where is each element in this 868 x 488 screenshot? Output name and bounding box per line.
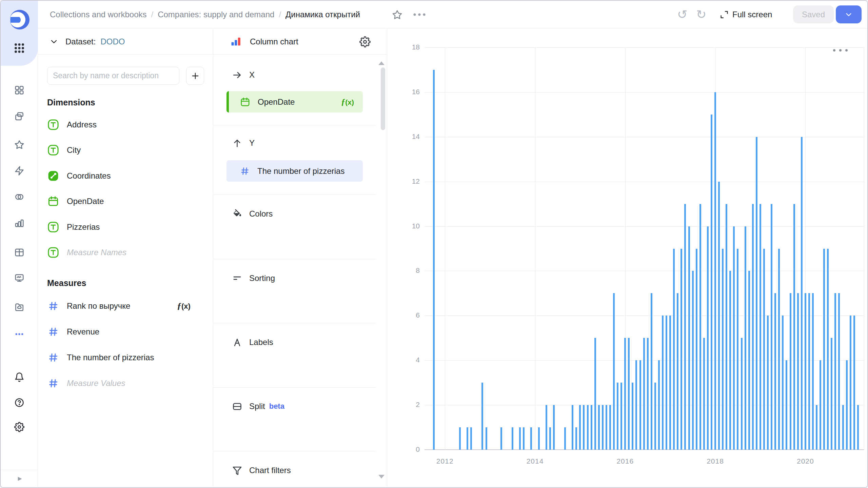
chart-column[interactable] [500, 427, 502, 450]
chart-column[interactable] [632, 383, 633, 450]
config-section-x[interactable]: X [213, 67, 376, 82]
apps-grid-icon[interactable] [13, 42, 25, 54]
field-search-input[interactable] [47, 67, 179, 85]
chart-column[interactable] [778, 249, 780, 450]
chart-column[interactable] [617, 383, 618, 450]
chart-column[interactable] [680, 249, 682, 450]
chart-column[interactable] [673, 249, 675, 450]
chart-column[interactable] [512, 427, 513, 450]
sidebar-item-storage[interactable] [10, 298, 29, 317]
sidebar-item-notifications[interactable] [10, 368, 29, 387]
chart-column[interactable] [752, 204, 754, 450]
fullscreen-label[interactable]: Full screen [732, 1, 772, 28]
fullscreen-icon[interactable] [717, 1, 731, 28]
field-item[interactable]: City [38, 138, 213, 163]
chart-column[interactable] [692, 271, 694, 450]
chart-menu-icon[interactable] [831, 45, 850, 55]
chart-column[interactable] [711, 115, 712, 450]
chart-column[interactable] [793, 204, 795, 450]
chart-column[interactable] [726, 204, 727, 450]
chart-column[interactable] [707, 226, 709, 450]
chart-column[interactable] [831, 338, 832, 450]
sidebar-item-settings[interactable] [10, 418, 29, 436]
chart-column[interactable] [654, 383, 656, 450]
chart-column[interactable] [816, 405, 817, 450]
chart-column[interactable] [842, 405, 844, 450]
sidebar-item-connections[interactable] [10, 161, 29, 180]
chart-column[interactable] [714, 92, 716, 450]
field-item[interactable]: Coordinates [38, 163, 213, 188]
breadcrumb-item[interactable]: Companies: supply and demand [158, 10, 274, 19]
chart-column[interactable] [591, 405, 592, 450]
chart-column[interactable] [643, 338, 645, 450]
chart-column[interactable] [579, 405, 581, 450]
chart-column[interactable] [696, 249, 697, 450]
chart-column[interactable] [583, 405, 585, 450]
chart-column[interactable] [538, 427, 540, 450]
chart-column[interactable] [677, 293, 678, 450]
config-section-colors[interactable]: Colors [213, 206, 376, 221]
field-item[interactable]: Measure Values [38, 370, 213, 396]
config-section-sorting[interactable]: Sorting [213, 271, 376, 286]
chart-column[interactable] [820, 360, 821, 450]
actions-dropdown-button[interactable] [836, 5, 862, 23]
gear-icon[interactable] [359, 36, 371, 47]
chart-column[interactable] [587, 405, 589, 450]
chart-column[interactable] [812, 293, 814, 450]
chart-column[interactable] [756, 137, 757, 450]
field-item[interactable]: Measure Names [38, 240, 213, 265]
breadcrumb-item[interactable]: Collections and workbooks [50, 10, 146, 19]
chart-column[interactable] [733, 226, 735, 450]
sidebar-item-more[interactable] [10, 325, 29, 344]
config-section-y[interactable]: Y [213, 136, 376, 150]
chart-column[interactable] [639, 360, 641, 450]
sidebar-item-tables[interactable] [10, 243, 29, 262]
field-item[interactable]: Revenue [38, 319, 213, 344]
chart-column[interactable] [572, 405, 573, 450]
field-pill-the-number-of-pizzerias[interactable]: The number of pizzerias [226, 160, 363, 182]
chart-column[interactable] [767, 316, 769, 450]
chart-column[interactable] [857, 405, 859, 450]
chart-column[interactable] [760, 204, 761, 450]
sidebar-item-datasets[interactable] [10, 187, 29, 206]
chart-column[interactable] [834, 293, 836, 450]
field-item[interactable]: Address [38, 112, 213, 137]
chart-column[interactable] [699, 204, 701, 450]
field-pill-opendate[interactable]: OpenDateƒ(x) [226, 91, 363, 113]
chart-column[interactable] [620, 383, 622, 450]
chart-column[interactable] [745, 226, 746, 450]
chart-column[interactable] [433, 70, 435, 450]
chart-column[interactable] [546, 405, 547, 450]
chart-column[interactable] [651, 293, 652, 450]
chart-column[interactable] [523, 427, 525, 450]
chart-column[interactable] [737, 249, 738, 450]
chart-column[interactable] [666, 316, 667, 450]
sidebar-item-navigation[interactable] [10, 81, 29, 100]
chart-column[interactable] [628, 338, 630, 450]
sidebar-item-help[interactable] [10, 393, 29, 412]
chart-column[interactable] [782, 316, 784, 450]
chart-column[interactable] [684, 204, 686, 450]
chart-column[interactable] [598, 405, 600, 450]
chart-column[interactable] [486, 427, 487, 450]
chart-column[interactable] [808, 293, 810, 450]
redo-icon[interactable]: ↻ [694, 1, 709, 28]
dataset-name-link[interactable]: DODO [100, 37, 125, 46]
chart-column[interactable] [741, 338, 743, 450]
chart-column[interactable] [481, 383, 483, 450]
chart-column[interactable] [530, 427, 532, 450]
favorite-star-icon[interactable] [389, 1, 405, 28]
chart-column[interactable] [748, 271, 750, 450]
chart-column[interactable] [703, 338, 705, 450]
chart-column[interactable] [797, 293, 799, 450]
chart-column[interactable] [801, 137, 803, 450]
chart-column[interactable] [602, 405, 604, 450]
chart-column[interactable] [609, 405, 611, 450]
chart-column[interactable] [467, 427, 468, 450]
sidebar-item-favorites[interactable] [10, 135, 29, 154]
chart-column[interactable] [658, 360, 660, 450]
chart-column[interactable] [662, 316, 664, 450]
chart-column[interactable] [846, 360, 848, 450]
chart-column[interactable] [624, 338, 626, 450]
chart-column[interactable] [575, 427, 577, 450]
